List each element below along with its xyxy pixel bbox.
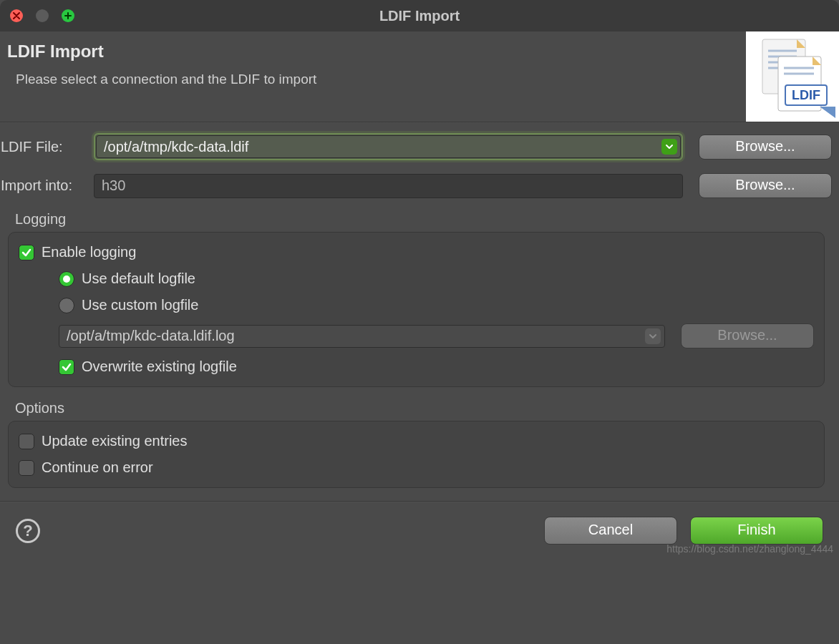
help-icon[interactable]: ? <box>16 519 40 543</box>
wizard-title: LDIF Import <box>7 42 316 62</box>
import-into-browse-button[interactable]: Browse... <box>699 173 832 198</box>
enable-logging-row[interactable]: Enable logging <box>19 244 814 260</box>
wizard-body: LDIF File: Browse... Import into: Browse… <box>0 123 839 488</box>
svg-marker-11 <box>820 107 835 118</box>
logfile-browse-button: Browse... <box>681 323 814 348</box>
use-custom-logfile-label: Use custom logfile <box>82 297 198 313</box>
ldif-file-row: LDIF File: Browse... <box>1 133 832 160</box>
continue-on-error-label: Continue on error <box>42 459 153 476</box>
radio-selected-icon[interactable] <box>59 271 74 287</box>
titlebar: LDIF Import <box>0 0 839 31</box>
watermark-text: https://blog.csdn.net/zhanglong_4444 <box>666 543 833 555</box>
options-section-title: Options <box>15 400 832 416</box>
cancel-button[interactable]: Cancel <box>544 517 677 545</box>
logfile-path-input <box>59 325 665 348</box>
wizard-footer: ? Cancel Finish https://blog.csdn.net/zh… <box>0 502 839 557</box>
chevron-down-icon[interactable] <box>661 139 677 155</box>
import-into-row: Import into: Browse... <box>1 173 832 198</box>
zoom-window-button[interactable] <box>62 9 74 22</box>
use-custom-logfile-row[interactable]: Use custom logfile <box>19 297 814 313</box>
finish-button[interactable]: Finish <box>690 517 823 545</box>
ldif-badge-text: LDIF <box>792 88 820 102</box>
overwrite-logfile-label: Overwrite existing logfile <box>82 358 237 375</box>
options-panel: Update existing entries Continue on erro… <box>8 421 825 488</box>
checkbox-unchecked-icon[interactable] <box>19 434 34 449</box>
chevron-down-icon <box>645 328 661 344</box>
checkbox-checked-icon[interactable] <box>19 245 34 260</box>
overwrite-logfile-row[interactable]: Overwrite existing logfile <box>19 358 814 375</box>
import-into-input[interactable] <box>94 174 683 198</box>
window-controls <box>0 9 74 22</box>
ldif-file-browse-button[interactable]: Browse... <box>699 135 832 160</box>
ldif-file-combo[interactable] <box>94 133 683 160</box>
import-into-label: Import into: <box>1 177 94 194</box>
wizard-subtitle: Please select a connection and the LDIF … <box>7 72 316 87</box>
update-existing-label: Update existing entries <box>42 433 187 449</box>
wizard-header-text: LDIF Import Please select a connection a… <box>0 31 324 122</box>
close-window-button[interactable] <box>10 9 23 22</box>
use-default-logfile-row[interactable]: Use default logfile <box>19 270 814 287</box>
minimize-window-button[interactable] <box>36 9 49 22</box>
logging-panel: Enable logging Use default logfile Use c… <box>8 232 825 387</box>
radio-unselected-icon[interactable] <box>59 298 74 313</box>
wizard-header: LDIF Import Please select a connection a… <box>0 31 839 122</box>
logfile-path-combo <box>59 325 665 348</box>
logfile-path-row: Browse... <box>59 323 814 348</box>
update-existing-row[interactable]: Update existing entries <box>19 433 814 449</box>
window-title: LDIF Import <box>0 8 839 24</box>
checkbox-checked-icon[interactable] <box>59 359 74 375</box>
ldif-file-input[interactable] <box>96 135 681 158</box>
enable-logging-label: Enable logging <box>42 244 136 260</box>
use-default-logfile-label: Use default logfile <box>82 270 195 287</box>
ldif-file-icon: LDIF <box>746 31 839 122</box>
ldif-file-label: LDIF File: <box>1 139 94 155</box>
continue-on-error-row[interactable]: Continue on error <box>19 459 814 476</box>
checkbox-unchecked-icon[interactable] <box>19 460 34 476</box>
logging-section-title: Logging <box>15 211 832 228</box>
